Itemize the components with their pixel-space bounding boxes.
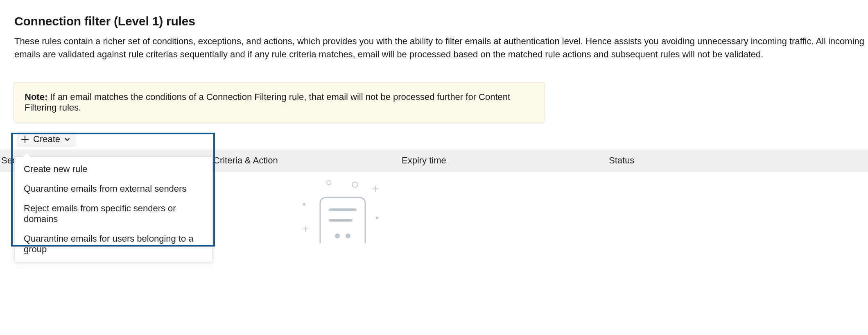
- empty-state-illustration: [299, 178, 385, 246]
- note-text: If an email matches the conditions of a …: [25, 92, 510, 113]
- chevron-down-icon: [64, 136, 70, 142]
- svg-point-11: [335, 233, 340, 238]
- page-description: These rules contain a richer set of cond…: [14, 35, 868, 61]
- column-status: Status: [609, 155, 634, 166]
- menu-item-quarantine-external[interactable]: Quarantine emails from external senders: [15, 179, 212, 199]
- create-dropdown: Create new rule Quarantine emails from e…: [14, 156, 212, 262]
- svg-point-7: [376, 217, 378, 219]
- toolbar: Create: [14, 130, 868, 149]
- note-banner: Note: If an email matches the conditions…: [14, 82, 545, 122]
- column-criteria: Criteria & Action: [213, 155, 278, 166]
- plus-icon: [21, 135, 29, 143]
- svg-point-6: [303, 203, 305, 206]
- menu-item-quarantine-group-users[interactable]: Quarantine emails for users belonging to…: [15, 229, 212, 259]
- menu-item-create-new-rule[interactable]: Create new rule: [15, 159, 212, 179]
- svg-point-5: [353, 182, 358, 187]
- svg-point-12: [346, 233, 350, 238]
- menu-item-reject-senders-domains[interactable]: Reject emails from specific senders or d…: [15, 199, 212, 229]
- column-expiry: Expiry time: [402, 155, 446, 166]
- page-title: Connection filter (Level 1) rules: [14, 14, 868, 28]
- create-button[interactable]: Create: [17, 131, 76, 147]
- svg-point-4: [327, 181, 331, 185]
- note-prefix: Note:: [25, 92, 47, 102]
- create-button-label: Create: [33, 134, 60, 145]
